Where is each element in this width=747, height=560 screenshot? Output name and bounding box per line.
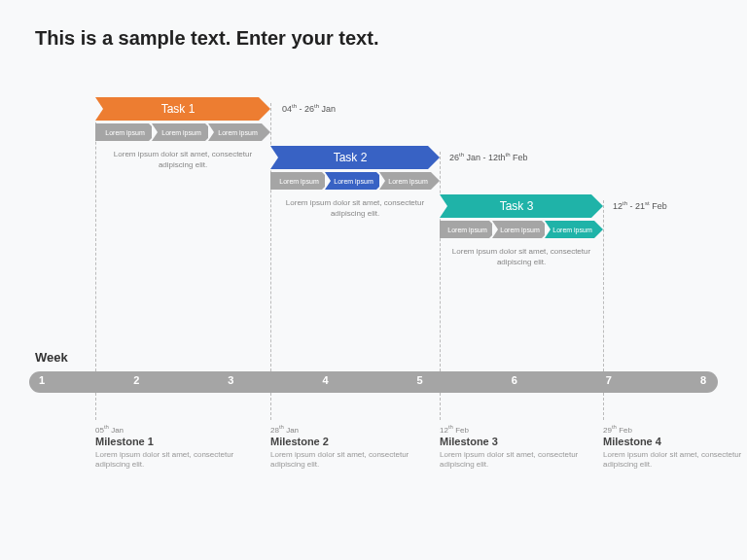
subtask-label: Lorem ipsum <box>445 221 489 238</box>
timeline-bar: 12345678 <box>29 371 718 393</box>
subtask-label: Lorem ipsum <box>385 172 431 190</box>
subtask-label: Lorem ipsum <box>214 123 262 141</box>
subtask-arrow: Lorem ipsum <box>208 123 270 141</box>
subtask-label: Lorem ipsum <box>101 123 149 141</box>
task-date-1: 04th - 26th Jan <box>282 103 336 114</box>
subtask-arrow: Lorem ipsum <box>440 221 498 238</box>
task-block-3: Task 3 Lorem ipsumLorem ipsumLorem ipsum… <box>440 194 603 267</box>
week-number: 7 <box>606 374 612 386</box>
subtask-arrow: Lorem ipsum <box>379 172 440 190</box>
subtask-label: Lorem ipsum <box>276 172 322 190</box>
week-number: 5 <box>417 374 423 386</box>
milestone-desc: Lorem ipsum dolor sit amet, consectetur … <box>95 450 241 471</box>
milestone-guide <box>603 393 604 420</box>
milestone-guide <box>440 393 441 420</box>
task-arrow-3: Task 3 <box>440 194 603 218</box>
task-desc: Lorem ipsum dolor sit amet, consectetur … <box>270 197 440 219</box>
task-arrow-2: Task 2 <box>270 146 440 169</box>
subtask-arrow: Lorem ipsum <box>270 172 331 190</box>
task-block-1: Task 1 Lorem ipsumLorem ipsumLorem ipsum… <box>95 97 270 170</box>
subtask-arrow: Lorem ipsum <box>152 123 214 141</box>
milestone: 05th JanMilestone 1Lorem ipsum dolor sit… <box>95 424 241 470</box>
subtask-row: Lorem ipsumLorem ipsumLorem ipsum <box>95 123 270 141</box>
subtask-row: Lorem ipsumLorem ipsumLorem ipsum <box>440 221 603 238</box>
task-date-2: 26th Jan - 12thth Feb <box>449 152 528 162</box>
week-number: 4 <box>322 374 328 386</box>
milestone-date: 29th Feb <box>603 424 747 435</box>
week-number: 8 <box>700 374 706 386</box>
milestone-title: Milestone 1 <box>95 436 241 447</box>
milestone-guide <box>270 393 271 420</box>
milestone-date: 05th Jan <box>95 424 241 435</box>
task-date-3: 12th - 21st Feb <box>613 200 667 211</box>
task-desc: Lorem ipsum dolor sit amet, consectetur … <box>440 246 603 267</box>
milestone-title: Milestone 3 <box>440 436 586 447</box>
milestone: 28th JanMilestone 2Lorem ipsum dolor sit… <box>270 424 416 470</box>
milestone-date: 12th Feb <box>440 424 586 435</box>
subtask-label: Lorem ipsum <box>331 172 376 190</box>
guide-line <box>270 103 271 371</box>
milestone: 12th FebMilestone 3Lorem ipsum dolor sit… <box>440 424 586 470</box>
task-arrow-1: Task 1 <box>95 97 270 121</box>
subtask-row: Lorem ipsumLorem ipsumLorem ipsum <box>270 172 440 190</box>
subtask-arrow: Lorem ipsum <box>545 221 603 238</box>
subtask-arrow: Lorem ipsum <box>95 123 158 141</box>
milestone-title: Milestone 4 <box>603 436 747 447</box>
guide-line <box>603 200 604 371</box>
milestone-title: Milestone 2 <box>270 436 416 447</box>
subtask-label: Lorem ipsum <box>551 221 594 238</box>
week-number: 6 <box>512 374 517 386</box>
task-block-2: Task 2 Lorem ipsumLorem ipsumLorem ipsum… <box>270 146 440 219</box>
subtask-label: Lorem ipsum <box>498 221 542 238</box>
week-number: 2 <box>133 374 139 386</box>
subtask-arrow: Lorem ipsum <box>325 172 385 190</box>
subtask-label: Lorem ipsum <box>158 123 205 141</box>
subtask-arrow: Lorem ipsum <box>492 221 551 238</box>
task-label: Task 1 <box>95 97 261 121</box>
task-desc: Lorem ipsum dolor sit amet, consectetur … <box>95 149 270 170</box>
milestone-date: 28th Jan <box>270 424 416 435</box>
milestone: 29th FebMilestone 4Lorem ipsum dolor sit… <box>603 424 747 470</box>
week-label: Week <box>35 350 68 365</box>
milestone-guide <box>95 393 96 420</box>
page-title: This is a sample text. Enter your text. <box>35 27 378 50</box>
milestone-desc: Lorem ipsum dolor sit amet, consectetur … <box>270 450 416 471</box>
task-label: Task 3 <box>440 194 593 218</box>
week-number: 3 <box>228 374 233 386</box>
task-label: Task 2 <box>270 146 430 169</box>
milestone-desc: Lorem ipsum dolor sit amet, consectetur … <box>603 450 747 471</box>
week-number: 1 <box>39 374 45 386</box>
milestone-desc: Lorem ipsum dolor sit amet, consectetur … <box>440 450 586 471</box>
